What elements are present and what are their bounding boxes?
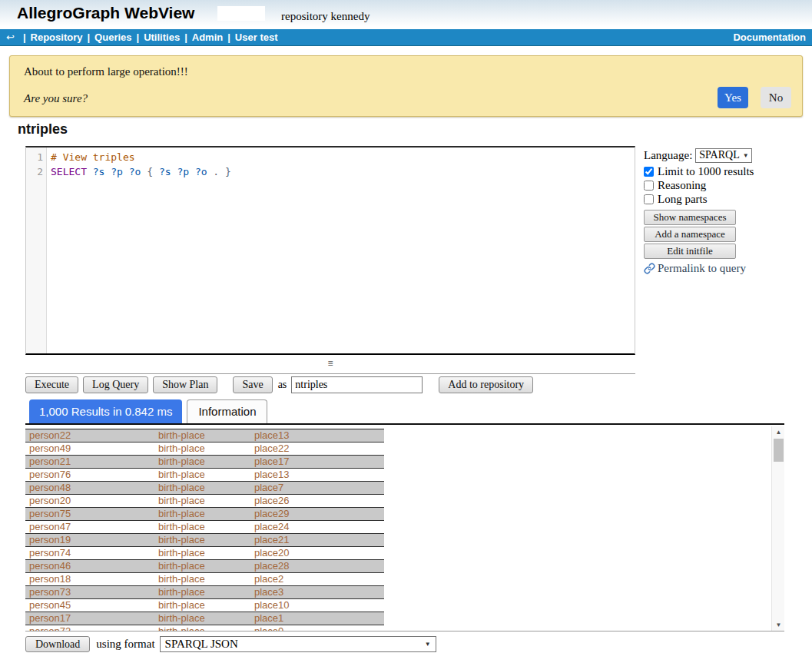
- format-select[interactable]: SPARQL JSON ▼: [160, 636, 436, 652]
- result-cell-link[interactable]: place7: [254, 482, 384, 494]
- result-cell-link[interactable]: place22: [254, 443, 384, 455]
- resize-grip-icon: ≡: [327, 358, 333, 369]
- confirm-banner: About to perform large operation!!! Are …: [9, 55, 803, 117]
- result-cell-link[interactable]: place20: [254, 547, 384, 559]
- result-cell-link[interactable]: place3: [254, 586, 384, 598]
- tab-information[interactable]: Information: [187, 399, 267, 423]
- editor-resize-handle[interactable]: ≡: [25, 356, 635, 374]
- add-a-namespace-button[interactable]: Add a namespace: [644, 227, 736, 242]
- show-namespaces-button[interactable]: Show namespaces: [644, 210, 736, 225]
- result-cell-link[interactable]: person22: [25, 429, 158, 442]
- show-plan-button[interactable]: Show Plan: [153, 376, 217, 393]
- result-cell-link[interactable]: birth-place: [158, 625, 254, 631]
- permalink-to-query-link[interactable]: Permalink to query: [644, 262, 767, 275]
- scrollbar-thumb[interactable]: [774, 439, 784, 462]
- result-cell-link[interactable]: place28: [254, 560, 384, 572]
- result-cell-link[interactable]: birth-place: [158, 560, 254, 572]
- save-button[interactable]: Save: [233, 376, 272, 393]
- code-token: ?s: [159, 166, 171, 177]
- result-cell-link[interactable]: person74: [25, 547, 158, 559]
- line-number: 1: [26, 150, 43, 164]
- result-cell-link[interactable]: birth-place: [158, 534, 254, 546]
- scroll-up-arrow-icon[interactable]: ▲: [772, 426, 784, 438]
- option-checkbox[interactable]: [644, 167, 654, 177]
- edit-initfile-button[interactable]: Edit initfile: [644, 244, 736, 259]
- code-token: {: [141, 166, 158, 177]
- result-cell-link[interactable]: place21: [254, 534, 384, 546]
- result-cell-link[interactable]: person19: [25, 534, 158, 546]
- result-cell-link[interactable]: person18: [25, 573, 158, 585]
- table-row: person73birth-placeplace3: [25, 586, 384, 599]
- nav-item-queries[interactable]: Queries: [94, 31, 131, 43]
- result-cell-link[interactable]: birth-place: [158, 443, 254, 455]
- result-cell-link[interactable]: birth-place: [158, 612, 254, 625]
- result-cell-link[interactable]: place2: [254, 573, 384, 585]
- result-cell-link[interactable]: place1: [254, 612, 384, 625]
- result-cell-link[interactable]: place13: [254, 469, 384, 481]
- result-cell-link[interactable]: person46: [25, 560, 158, 572]
- editor-code[interactable]: # View triplesSELECT ?s ?p ?o { ?s ?p ?o…: [47, 148, 231, 353]
- result-cell-link[interactable]: person48: [25, 482, 158, 494]
- nav-item-admin[interactable]: Admin: [192, 31, 223, 43]
- nav-item-repository[interactable]: Repository: [31, 31, 83, 43]
- yes-button[interactable]: Yes: [718, 87, 748, 108]
- options-panel: Language: SPARQL ▼ Limit to 1000 results…: [644, 148, 767, 275]
- result-cell-link[interactable]: birth-place: [158, 573, 254, 585]
- scroll-down-arrow-icon[interactable]: ▼: [772, 619, 784, 631]
- result-cell-link[interactable]: birth-place: [158, 521, 254, 533]
- language-select[interactable]: SPARQL ▼: [695, 148, 752, 163]
- code-token: ?o: [129, 166, 141, 177]
- result-cell-link[interactable]: person73: [25, 586, 158, 598]
- option-checkbox[interactable]: [644, 181, 654, 191]
- result-cell-link[interactable]: birth-place: [158, 482, 254, 494]
- result-cell-link[interactable]: person76: [25, 469, 158, 481]
- execute-button[interactable]: Execute: [25, 376, 78, 393]
- result-cell-link[interactable]: person47: [25, 521, 158, 533]
- nav-item-utilities[interactable]: Utilities: [144, 31, 180, 43]
- result-cell-link[interactable]: birth-place: [158, 547, 254, 559]
- nav-item-user-test[interactable]: User test: [235, 31, 278, 43]
- result-cell-link[interactable]: person21: [25, 456, 158, 468]
- result-cell-link[interactable]: place10: [254, 599, 384, 612]
- code-line: # View triples: [51, 150, 231, 164]
- nav-separator: |: [87, 31, 90, 43]
- option-checkbox[interactable]: [644, 194, 654, 204]
- table-row: person45birth-placeplace10: [25, 599, 384, 612]
- header-field[interactable]: [217, 6, 265, 21]
- results-scrollbar[interactable]: ▲ ▼: [771, 426, 784, 631]
- code-token: .: [207, 166, 225, 177]
- option-checkbox-row[interactable]: Reasoning: [644, 179, 767, 192]
- query-editor[interactable]: 12 # View triplesSELECT ?s ?p ?o { ?s ?p…: [25, 146, 635, 355]
- result-cell-link[interactable]: person75: [25, 508, 158, 520]
- result-cell-link[interactable]: person49: [25, 443, 158, 455]
- result-cell-link[interactable]: birth-place: [158, 599, 254, 612]
- log-query-button[interactable]: Log Query: [83, 376, 148, 393]
- option-checkbox-row[interactable]: Long parts: [644, 193, 767, 206]
- back-arrow-icon[interactable]: ↩: [6, 29, 15, 46]
- result-cell-link[interactable]: place17: [254, 456, 384, 468]
- results-tabs: 1,000 Results in 0.842 ms Information: [25, 401, 784, 425]
- result-cell-link[interactable]: place26: [254, 495, 384, 507]
- result-cell-link[interactable]: birth-place: [158, 469, 254, 481]
- download-button[interactable]: Download: [25, 636, 90, 652]
- result-cell-link[interactable]: place29: [254, 508, 384, 520]
- result-cell-link[interactable]: place0: [254, 625, 384, 631]
- add-to-repository-button[interactable]: Add to repository: [439, 376, 533, 393]
- result-cell-link[interactable]: birth-place: [158, 495, 254, 507]
- result-cell-link[interactable]: birth-place: [158, 586, 254, 598]
- result-cell-link[interactable]: person72: [25, 625, 158, 631]
- table-row: person22birth-placeplace13: [25, 429, 384, 443]
- result-cell-link[interactable]: birth-place: [158, 508, 254, 520]
- result-cell-link[interactable]: birth-place: [158, 456, 254, 468]
- no-button[interactable]: No: [761, 87, 791, 108]
- nav-item-documentation[interactable]: Documentation: [733, 29, 806, 46]
- result-cell-link[interactable]: person20: [25, 495, 158, 507]
- result-cell-link[interactable]: place24: [254, 521, 384, 533]
- result-cell-link[interactable]: person17: [25, 612, 158, 625]
- save-name-input[interactable]: [291, 376, 423, 393]
- result-cell-link[interactable]: birth-place: [158, 429, 254, 442]
- result-cell-link[interactable]: person45: [25, 599, 158, 612]
- result-cell-link[interactable]: place13: [254, 429, 384, 442]
- tab-results[interactable]: 1,000 Results in 0.842 ms: [29, 399, 182, 423]
- option-checkbox-row[interactable]: Limit to 1000 results: [644, 165, 767, 178]
